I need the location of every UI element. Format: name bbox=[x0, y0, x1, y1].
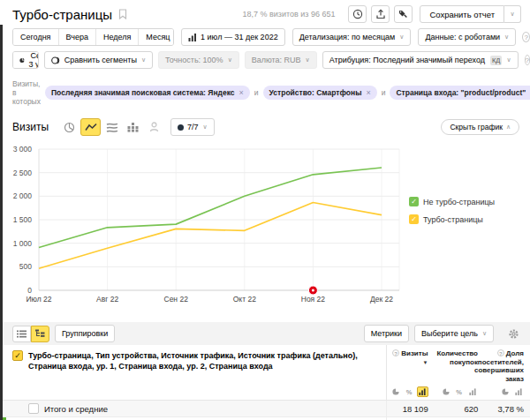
date-range-button[interactable]: 1 июл — 31 дек 2022 bbox=[181, 28, 285, 46]
filter-chips: Последняя значимая поисковая система: Ян… bbox=[45, 86, 530, 100]
svg-text:Ноя 22: Ноя 22 bbox=[301, 295, 326, 304]
settings-button[interactable] bbox=[508, 328, 519, 340]
tree-view-button[interactable] bbox=[31, 326, 49, 342]
svg-text:0: 0 bbox=[27, 286, 32, 295]
groupings-button[interactable]: Группировки bbox=[55, 325, 115, 342]
hide-chart-button[interactable]: Скрыть график ∧ bbox=[441, 119, 519, 135]
date-range-label: 1 июл — 31 дек 2022 bbox=[201, 33, 278, 41]
remove-filter-icon[interactable]: × bbox=[239, 89, 244, 97]
svg-text:2 500: 2 500 bbox=[13, 169, 33, 177]
save-report-button[interactable]: Сохранить отчет bbox=[420, 5, 504, 23]
help-icon[interactable]: ? bbox=[522, 32, 530, 42]
chart-legend: ✓Не турбо-страницы✓Турбо-страницы bbox=[409, 197, 495, 224]
left-edge-strip bbox=[0, 25, 3, 420]
visits-column-header[interactable]: ?Визиты ▼ bbox=[390, 349, 428, 367]
percent-mode-button[interactable]: % bbox=[453, 386, 465, 397]
visits-share-text: 18,7 % визитов из 96 651 bbox=[242, 10, 335, 19]
bars-mode-button[interactable] bbox=[466, 386, 478, 397]
cell-value: 620 bbox=[464, 404, 478, 414]
remove-filter-icon[interactable]: × bbox=[366, 89, 370, 97]
tags-button[interactable] bbox=[394, 5, 413, 23]
bars-mode-button[interactable] bbox=[512, 386, 524, 397]
visits-display-modes: % bbox=[390, 386, 428, 397]
percent-mode-button[interactable]: % bbox=[404, 386, 415, 397]
select-all-checkbox[interactable]: ✓ bbox=[12, 350, 23, 361]
save-report-split-button: Сохранить отчет ∨ bbox=[420, 5, 521, 23]
currency-dropdown[interactable]: Валюта: RUB∨ bbox=[245, 51, 317, 69]
visits-column-label: Визиты bbox=[401, 349, 428, 357]
export-button[interactable] bbox=[371, 5, 390, 23]
table-header: ✓ Турбо-страница, Тип устройства, Источн… bbox=[0, 345, 530, 401]
preset-button-2[interactable]: Неделя bbox=[95, 29, 138, 45]
share-column-header[interactable]: ?Доля посетителей, совершивших заказ bbox=[474, 349, 524, 383]
filter-chip-label: Страница входа: "product/product" bbox=[396, 88, 526, 97]
accuracy-label: Точность: 100% bbox=[165, 56, 223, 64]
attribution-label: Атрибуция: Последний значимый переход bbox=[329, 56, 485, 64]
line-chart-type-button[interactable] bbox=[80, 118, 101, 136]
save-report-caret-button[interactable]: ∨ bbox=[504, 5, 521, 23]
purchases-column-header[interactable]: Количество покупок bbox=[434, 349, 478, 366]
dimension-header-text[interactable]: Турбо-страница, Тип устройства, Источник… bbox=[28, 350, 379, 371]
help-icon[interactable]: ? bbox=[525, 55, 530, 65]
row-label[interactable]: Итого и средние bbox=[44, 404, 108, 414]
svg-text:Сен 22: Сен 22 bbox=[164, 295, 189, 304]
history-button[interactable] bbox=[348, 5, 367, 23]
list-view-button[interactable] bbox=[12, 326, 31, 342]
chevron-down-icon: ∨ bbox=[510, 11, 514, 18]
pie-mode-button[interactable] bbox=[440, 386, 451, 397]
sort-desc-icon: ▼ bbox=[423, 360, 428, 365]
row-main: +✓Итого и средние bbox=[0, 401, 386, 416]
data-mode-dropdown[interactable]: Данные: с роботами∨ bbox=[418, 28, 516, 46]
filter-chip-0[interactable]: Последняя значимая поисковая система: Ян… bbox=[45, 86, 250, 100]
cell-value: 18 109 bbox=[403, 404, 428, 414]
legend-item-1[interactable]: ✓Турбо-страницы bbox=[409, 214, 495, 224]
cell-value: 3,78 % bbox=[497, 404, 524, 414]
pie-mode-button[interactable] bbox=[390, 386, 402, 397]
detail-dropdown[interactable]: Детализация: по месяцам∨ bbox=[292, 28, 412, 46]
column-visits: ?Визиты ▼ % bbox=[387, 349, 431, 397]
lines-visibility-dropdown[interactable]: 7/7 ∨ bbox=[170, 118, 215, 136]
visits-chart[interactable]: 05001 0001 5002 0002 5003 000Июл 22Авг 2… bbox=[0, 140, 530, 315]
stacked-chart-type-button[interactable] bbox=[102, 118, 122, 136]
pie-segment-icon bbox=[19, 56, 25, 65]
preset-button-1[interactable]: Вчера bbox=[58, 29, 95, 45]
report-header: Турбо-страницы 18,7 % визитов из 96 651 … bbox=[0, 0, 530, 25]
stacked-chart-icon bbox=[106, 122, 118, 132]
segment-dropdown[interactable]: Сегмент: 3 условия∨ bbox=[13, 52, 39, 68]
chevron-down-icon: ∨ bbox=[306, 56, 310, 64]
compare-segments-dropdown[interactable]: Сравнить сегменты∨ bbox=[44, 51, 153, 69]
filter-chip-2[interactable]: Страница входа: "product/product"× bbox=[390, 86, 530, 100]
bars-mode-button[interactable] bbox=[417, 386, 428, 397]
bars-mini-icon bbox=[469, 388, 476, 395]
chevron-down-icon: ∨ bbox=[228, 56, 232, 64]
legend-checkbox[interactable]: ✓ bbox=[409, 214, 419, 224]
svg-text:2 000: 2 000 bbox=[13, 191, 33, 200]
choose-goal-dropdown[interactable]: Выберите цель∨ bbox=[414, 325, 494, 342]
attribution-dropdown[interactable]: Атрибуция: Последний значимый переход КД… bbox=[322, 51, 519, 69]
pie-chart-type-button[interactable] bbox=[59, 118, 80, 136]
table-row-0[interactable]: +✓Итого и средние18 1096203,78 % bbox=[0, 401, 530, 417]
svg-text:Авг 22: Авг 22 bbox=[96, 295, 118, 304]
preset-button-0[interactable]: Сегодня bbox=[13, 29, 58, 45]
columns-chart-icon bbox=[127, 122, 139, 132]
svg-text:Июл 22: Июл 22 bbox=[26, 295, 51, 304]
filter-chip-1[interactable]: Устройство: Смартфоны× bbox=[263, 86, 377, 100]
table-toolbar: Группировки Метрики Выберите цель∨ bbox=[0, 322, 530, 345]
legend-item-0[interactable]: ✓Не турбо-страницы bbox=[409, 197, 495, 206]
detail-label: Детализация: по месяцам bbox=[299, 33, 396, 41]
row-checkbox[interactable]: ✓ bbox=[28, 403, 39, 414]
table-body: +✓Итого и средние18 1096203,78 %+✓Не тур… bbox=[0, 401, 530, 420]
svg-text:3 000: 3 000 bbox=[13, 145, 33, 154]
legend-checkbox[interactable]: ✓ bbox=[409, 197, 419, 206]
chevron-up-icon: ∧ bbox=[506, 124, 511, 131]
pie-mode-button[interactable] bbox=[499, 386, 511, 397]
segment-label: Сегмент: 3 условия bbox=[28, 51, 39, 69]
accuracy-dropdown[interactable]: Точность: 100%∨ bbox=[158, 51, 239, 69]
columns-chart-type-button[interactable] bbox=[123, 118, 143, 136]
metrics-button[interactable]: Метрики bbox=[364, 325, 409, 342]
segment-bar: Сегмент: 3 условия∨ × Сравнить сегменты∨… bbox=[0, 51, 530, 69]
map-chart-type-button[interactable] bbox=[144, 118, 164, 136]
help-icon: ? bbox=[392, 349, 399, 356]
preset-button-3[interactable]: Месяц bbox=[138, 29, 174, 45]
bookmark-icon[interactable] bbox=[118, 9, 127, 19]
